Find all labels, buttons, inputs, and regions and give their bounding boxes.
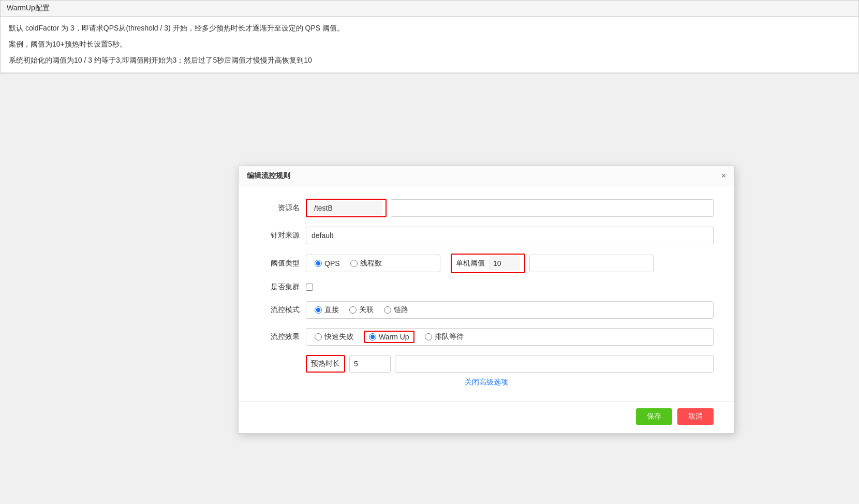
cancel-button[interactable]: 取消 xyxy=(677,408,714,425)
flow-effect-fast-fail[interactable]: 快速失败 xyxy=(315,332,353,342)
threshold-type-label: 阈值类型 xyxy=(259,259,306,268)
dialog-header: 编辑流控规则 × xyxy=(239,166,734,186)
flow-effect-warm-up-label: Warm Up xyxy=(379,333,409,341)
flow-mode-chain-label: 链路 xyxy=(394,305,408,315)
threshold-type-radio-group: QPS 线程数 xyxy=(306,255,440,272)
flow-mode-direct-label: 直接 xyxy=(324,305,339,315)
cluster-checkbox[interactable] xyxy=(306,284,313,291)
flow-mode-related[interactable]: 关联 xyxy=(349,305,374,315)
source-label: 针对来源 xyxy=(259,231,306,240)
dialog-body: 资源名 针对来源 阈值类型 QPS 线程数 xyxy=(239,186,734,402)
info-panel-body: 默认 coldFactor 为 3，即请求QPS从(threshold / 3)… xyxy=(1,17,858,73)
threshold-type-thread[interactable]: 线程数 xyxy=(350,259,382,268)
preheat-input[interactable] xyxy=(349,355,391,373)
cluster-checkbox-container xyxy=(306,284,313,291)
flow-effect-label: 流控效果 xyxy=(259,332,306,342)
resource-highlight-box xyxy=(306,199,387,217)
flow-mode-radio-group: 直接 关联 链路 xyxy=(306,301,714,319)
threshold-type-qps[interactable]: QPS xyxy=(315,259,340,268)
preheat-rest xyxy=(395,355,714,373)
cluster-row: 是否集群 xyxy=(259,283,714,292)
threshold-type-row: 阈值类型 QPS 线程数 单机阈值 xyxy=(259,254,714,273)
flow-effect-row: 流控效果 快速失败 Warm Up 排队等待 xyxy=(259,328,714,346)
preheat-label: 预热时长 xyxy=(306,355,345,373)
resource-name-input[interactable] xyxy=(310,201,382,215)
dialog-close-button[interactable]: × xyxy=(721,172,726,180)
info-panel: WarmUp配置 默认 coldFactor 为 3，即请求QPS从(thres… xyxy=(0,0,859,73)
flow-mode-label: 流控模式 xyxy=(259,305,306,315)
flow-mode-row: 流控模式 直接 关联 链路 xyxy=(259,301,714,319)
flow-effect-fast-fail-radio[interactable] xyxy=(315,333,322,340)
source-row: 针对来源 xyxy=(259,227,714,244)
info-line-2: 案例，阈值为10+预热时长设置5秒。 xyxy=(9,38,850,51)
flow-mode-direct-radio[interactable] xyxy=(315,306,322,314)
preheat-row: 预热时长 xyxy=(259,355,714,373)
single-threshold-input[interactable] xyxy=(489,256,520,271)
threshold-type-thread-label: 线程数 xyxy=(360,259,382,268)
flow-effect-queue[interactable]: 排队等待 xyxy=(425,332,464,342)
edit-flow-rule-dialog: 编辑流控规则 × 资源名 针对来源 阈值类型 QPS xyxy=(238,166,735,434)
threshold-type-qps-radio[interactable] xyxy=(315,260,322,267)
dialog-title: 编辑流控规则 xyxy=(247,171,290,181)
flow-mode-chain-radio[interactable] xyxy=(384,306,391,314)
cluster-label: 是否集群 xyxy=(259,283,306,292)
dialog-footer: 保存 取消 xyxy=(239,402,734,433)
flow-effect-warm-up-radio[interactable] xyxy=(369,333,376,340)
single-threshold-label: 单机阈值 xyxy=(456,259,489,268)
threshold-type-thread-radio[interactable] xyxy=(350,260,358,267)
resource-name-rest xyxy=(391,199,714,217)
flow-effect-queue-label: 排队等待 xyxy=(435,332,464,342)
flow-mode-direct[interactable]: 直接 xyxy=(315,305,339,315)
advanced-options-link[interactable]: 关闭高级选项 xyxy=(259,378,714,387)
flow-effect-fast-fail-label: 快速失败 xyxy=(324,332,353,342)
flow-effect-queue-radio[interactable] xyxy=(425,333,432,340)
save-button[interactable]: 保存 xyxy=(636,408,672,425)
flow-mode-related-label: 关联 xyxy=(359,305,374,315)
threshold-type-qps-label: QPS xyxy=(324,259,340,268)
single-threshold-container: 单机阈值 xyxy=(451,254,654,273)
source-input[interactable] xyxy=(306,227,714,244)
flow-effect-warm-up[interactable]: Warm Up xyxy=(364,331,414,343)
flow-mode-chain[interactable]: 链路 xyxy=(384,305,408,315)
flow-effect-radio-group: 快速失败 Warm Up 排队等待 xyxy=(306,328,714,346)
resource-name-label: 资源名 xyxy=(259,203,306,213)
info-line-3: 系统初始化的阈值为10 / 3 约等于3,即阈值刚开始为3；然后过了5秒后阈值才… xyxy=(9,54,850,67)
info-panel-title: WarmUp配置 xyxy=(1,1,858,17)
info-line-1: 默认 coldFactor 为 3，即请求QPS从(threshold / 3)… xyxy=(9,22,850,35)
flow-mode-related-radio[interactable] xyxy=(349,306,357,314)
resource-name-row: 资源名 xyxy=(259,199,714,217)
